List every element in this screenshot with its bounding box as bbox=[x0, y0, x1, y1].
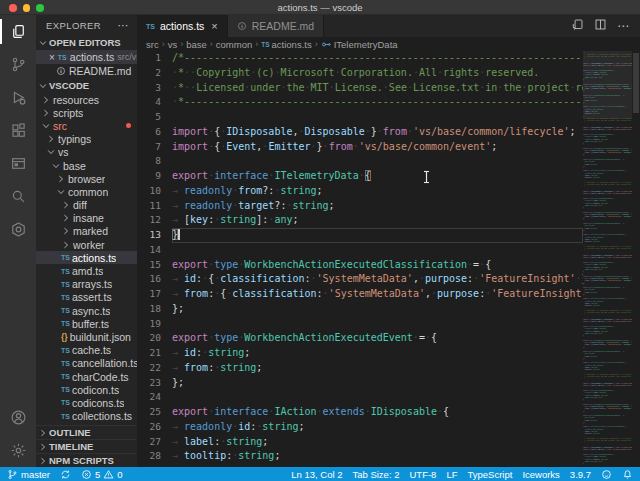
code-line[interactable]: 12→[key:·string]:·any; bbox=[137, 213, 583, 228]
line-number[interactable]: 14 bbox=[137, 243, 161, 258]
tree-item-resources[interactable]: resources bbox=[36, 93, 137, 106]
activity-item-hex-nut[interactable] bbox=[0, 213, 36, 246]
line-number[interactable]: 8 bbox=[137, 154, 161, 169]
activity-item-extensions[interactable] bbox=[0, 114, 36, 147]
code-line[interactable]: 17→from:·{·classification:·'SystemMetaDa… bbox=[137, 287, 583, 302]
tree-item-cancellation-ts[interactable]: TScancellation.ts bbox=[36, 357, 137, 370]
tree-item-codicon-ts[interactable]: TScodicon.ts bbox=[36, 383, 137, 396]
tree-item-diff[interactable]: diff bbox=[36, 199, 137, 212]
line-number[interactable]: 18 bbox=[137, 302, 161, 317]
code-line[interactable]: 2·*··Copyright·(c)·Microsoft·Corporation… bbox=[137, 66, 583, 81]
tree-item-marked[interactable]: marked bbox=[36, 225, 137, 238]
tree-item-assert-ts[interactable]: TSassert.ts bbox=[36, 291, 137, 304]
open-editor-item[interactable]: ×TSactions.tssrc/vs/b… bbox=[36, 50, 137, 64]
line-number[interactable]: 16 bbox=[137, 272, 161, 287]
code-line[interactable]: 3·*··Licensed·under·the·MIT·License.·See… bbox=[137, 81, 583, 96]
breadcrumb-item-ITelemetryData[interactable]: ITelemetryData bbox=[321, 39, 398, 50]
code-line[interactable]: 16→id:·{·classification:·'SystemMetaData… bbox=[137, 272, 583, 287]
status-3-9-7[interactable]: 3.9.7 bbox=[570, 469, 591, 480]
tree-item-async-ts[interactable]: TSasync.ts bbox=[36, 304, 137, 317]
status-ln-13-col-2[interactable]: Ln 13, Col 2 bbox=[291, 469, 342, 480]
activity-item-explorer[interactable] bbox=[0, 15, 36, 48]
line-number[interactable]: 4 bbox=[137, 95, 161, 110]
code-line[interactable]: 13} bbox=[137, 228, 583, 243]
line-number[interactable]: 21 bbox=[137, 346, 161, 361]
breadcrumb-item-vs[interactable]: vs bbox=[168, 39, 178, 50]
scrollbar-slider[interactable] bbox=[633, 53, 639, 113]
line-number[interactable]: 5 bbox=[137, 110, 161, 125]
open-editor-item[interactable]: README.md bbox=[36, 64, 137, 78]
tree-item-scripts[interactable]: scripts bbox=[36, 106, 137, 119]
workspace-header[interactable]: VSCODE bbox=[36, 78, 137, 93]
code-line[interactable]: 20export·type·WorkbenchActionExecutedEve… bbox=[137, 331, 583, 346]
tree-item-insane[interactable]: insane bbox=[36, 212, 137, 225]
tree-item-worker[interactable]: worker bbox=[36, 238, 137, 251]
breadcrumb-item-base[interactable]: base bbox=[186, 39, 207, 50]
section-header-outline[interactable]: OUTLINE bbox=[36, 425, 137, 439]
code-line[interactable]: 9export·interface·ITelemetryData·{ bbox=[137, 169, 583, 184]
tree-item-cache-ts[interactable]: TScache.ts bbox=[36, 344, 137, 357]
tree-item-arrays-ts[interactable]: TSarrays.ts bbox=[36, 278, 137, 291]
line-number[interactable]: 26 bbox=[137, 420, 161, 435]
tree-item-amd-ts[interactable]: TSamd.ts bbox=[36, 264, 137, 277]
activity-item-source-control[interactable] bbox=[0, 48, 36, 81]
code-line[interactable]: 4·*-------------------------------------… bbox=[137, 95, 583, 110]
code-line[interactable]: 1/*-------------------------------------… bbox=[137, 51, 583, 66]
code-line[interactable]: 25export·interface·IAction·extends·IDisp… bbox=[137, 405, 583, 420]
code-line[interactable]: 22→from:·string; bbox=[137, 361, 583, 376]
tree-item-common[interactable]: common bbox=[36, 185, 137, 198]
tree-item-vs[interactable]: vs bbox=[36, 146, 137, 159]
line-number[interactable]: 9 bbox=[137, 169, 161, 184]
status-typescript[interactable]: TypeScript bbox=[467, 469, 512, 480]
line-number[interactable]: 1 bbox=[137, 51, 161, 66]
close-icon[interactable]: × bbox=[49, 52, 55, 63]
code-area[interactable]: 1/*-------------------------------------… bbox=[137, 51, 640, 467]
code-line[interactable]: 8 bbox=[137, 154, 583, 169]
minimize-window-icon[interactable] bbox=[23, 4, 31, 12]
line-number[interactable]: 20 bbox=[137, 331, 161, 346]
code-line[interactable]: 21→id:·string; bbox=[137, 346, 583, 361]
views-more-actions-icon[interactable]: ⋯ bbox=[118, 19, 129, 32]
line-number[interactable]: 28 bbox=[137, 449, 161, 464]
line-number[interactable]: 10 bbox=[137, 184, 161, 199]
code-line[interactable]: 27→label:·string; bbox=[137, 435, 583, 450]
status-error[interactable]: 50 bbox=[81, 469, 123, 480]
code-line[interactable]: 11→readonly·target?:·string; bbox=[137, 199, 583, 214]
code-line[interactable]: 18}; bbox=[137, 302, 583, 317]
split-editor-icon[interactable] bbox=[594, 17, 607, 35]
activity-item-search[interactable] bbox=[0, 180, 36, 213]
breadcrumb-item-common[interactable]: common bbox=[216, 39, 252, 50]
tab-actions-ts[interactable]: TSactions.ts× bbox=[137, 15, 228, 37]
line-number[interactable]: 25 bbox=[137, 405, 161, 420]
line-number[interactable]: 13 bbox=[137, 228, 161, 243]
tree-item-buffer-ts[interactable]: TSbuffer.ts bbox=[36, 317, 137, 330]
code-line[interactable]: 5 bbox=[137, 110, 583, 125]
close-tab-icon[interactable]: × bbox=[211, 20, 217, 32]
status-iceworks[interactable]: Iceworks bbox=[522, 469, 559, 480]
code-line[interactable]: 24 bbox=[137, 390, 583, 405]
more-actions-icon[interactable]: ⋯ bbox=[617, 19, 630, 33]
status-lf[interactable]: LF bbox=[446, 469, 457, 480]
tree-item-actions-ts[interactable]: TSactions.ts bbox=[36, 251, 137, 264]
tree-item-buildunit-json[interactable]: {}buildunit.json bbox=[36, 330, 137, 343]
activity-item-run-debug[interactable] bbox=[0, 81, 36, 114]
tree-item-base[interactable]: base bbox=[36, 159, 137, 172]
zoom-window-icon[interactable] bbox=[36, 4, 44, 12]
code-line[interactable]: 23}; bbox=[137, 376, 583, 391]
code-line[interactable]: 7import·{·Event,·Emitter·}·from·'vs/base… bbox=[137, 140, 583, 155]
tree-item-typings[interactable]: typings bbox=[36, 133, 137, 146]
line-number[interactable]: 23 bbox=[137, 376, 161, 391]
line-number[interactable]: 19 bbox=[137, 317, 161, 332]
status-bell[interactable] bbox=[622, 469, 633, 480]
line-number[interactable]: 15 bbox=[137, 258, 161, 273]
code-line[interactable]: 26→readonly·id:·string; bbox=[137, 420, 583, 435]
open-changes-icon[interactable] bbox=[571, 17, 584, 35]
line-number[interactable]: 3 bbox=[137, 81, 161, 96]
section-header-timeline[interactable]: TIMELINE bbox=[36, 439, 137, 453]
activity-item-settings-gear[interactable] bbox=[0, 434, 36, 467]
breadcrumb-item-src[interactable]: src bbox=[146, 39, 159, 50]
code-line[interactable]: 14 bbox=[137, 243, 583, 258]
tree-item-src[interactable]: src bbox=[36, 119, 137, 132]
code-line[interactable]: 15export·type·WorkbenchActionExecutedCla… bbox=[137, 258, 583, 273]
close-window-icon[interactable] bbox=[9, 4, 17, 12]
